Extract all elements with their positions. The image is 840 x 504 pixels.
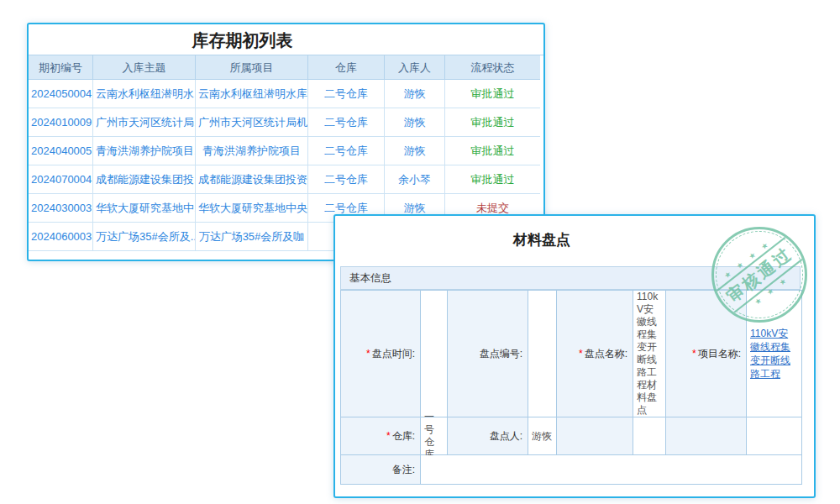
form-row-3: 备注:: [341, 455, 801, 484]
status-badge: 审批通过: [445, 165, 540, 194]
row-subject-link[interactable]: 华软大厦研究基地中...: [93, 194, 196, 223]
row-person: 游恢: [385, 137, 445, 165]
row-subject-link[interactable]: 云南水利枢纽潜明水...: [93, 80, 196, 108]
row-warehouse: 二号仓库: [308, 165, 385, 194]
material-check-window: 材料盘点 基本信息 * 盘点时间: 盘点编号: * 盘点名称: 110kV安徽线…: [333, 214, 816, 498]
table-row[interactable]: 2024040005 青海洪湖养护院项目... 青海洪湖养护院项目 二号仓库 游…: [29, 137, 543, 165]
check-name-value: 110kV安徽线程集变开断线路工程材料盘点: [633, 291, 666, 417]
column-header-id: 期初编号: [29, 55, 93, 80]
project-link[interactable]: 110kV安徽线程集变开断线路工程: [750, 327, 798, 381]
row-project: 成都能源建设集团投资...: [196, 165, 308, 194]
project-name-label: * 项目名称:: [666, 291, 747, 417]
check-name-label: * 盘点名称:: [557, 291, 633, 417]
check-time-value: [421, 291, 448, 417]
check-no-label: 盘点编号:: [448, 291, 528, 417]
column-header-subject: 入库主题: [93, 55, 196, 80]
remark-label: 备注:: [341, 455, 421, 484]
row-id-link[interactable]: 2024030003: [29, 194, 93, 223]
check-no-value: [528, 291, 557, 417]
required-mark: *: [579, 348, 583, 360]
row-person: 余小琴: [385, 165, 445, 194]
row-project: 青海洪湖养护院项目: [196, 137, 308, 165]
row-subject-link[interactable]: 广州市天河区统计局...: [93, 108, 196, 137]
row-warehouse: 二号仓库: [308, 108, 385, 137]
empty-label-cell: [666, 417, 747, 455]
column-header-warehouse: 仓库: [308, 55, 385, 80]
row-project: 万达广场35#会所及咖: [196, 223, 308, 251]
warehouse-label: * 仓库:: [341, 417, 421, 455]
table-row[interactable]: 2024050004 云南水利枢纽潜明水... 云南水利枢纽潜明水库... 二号…: [29, 80, 543, 108]
page: 库存期初列表 期初编号 入库主题 所属项目 仓库 入库人 流程状态 202405…: [0, 0, 840, 504]
form-row-1: * 盘点时间: 盘点编号: * 盘点名称: 110kV安徽线程集变开断线路工程材…: [341, 291, 801, 417]
check-time-label: * 盘点时间:: [341, 291, 421, 417]
empty-label-cell: [557, 417, 633, 455]
remark-value: [421, 455, 801, 484]
row-subject-link[interactable]: 青海洪湖养护院项目...: [93, 137, 196, 165]
row-warehouse: 二号仓库: [308, 80, 385, 108]
warehouse-value: 一号仓库: [421, 417, 448, 455]
row-project: 云南水利枢纽潜明水库...: [196, 80, 308, 108]
row-id-link[interactable]: 2024040005: [29, 137, 93, 165]
empty-value-cell: [747, 417, 801, 455]
required-mark: *: [386, 430, 391, 442]
row-id-link[interactable]: 2024070004: [29, 165, 93, 194]
form-row-2: * 仓库: 一号仓库 盘点人: 游恢: [341, 417, 801, 455]
status-badge: 审批通过: [445, 137, 540, 165]
inventory-list-title: 库存期初列表: [0, 24, 500, 55]
check-person-value: 游恢: [528, 417, 557, 455]
row-id-link[interactable]: 2024060003: [29, 223, 93, 251]
status-badge: 审批通过: [445, 108, 540, 137]
empty-value-cell: [633, 417, 666, 455]
row-subject-link[interactable]: 成都能源建设集团投...: [93, 165, 196, 194]
row-person: 游恢: [385, 108, 445, 137]
form-title: 材料盘点: [333, 230, 781, 249]
row-subject-link[interactable]: 万达广场35#会所及...: [93, 223, 196, 251]
row-id-link[interactable]: 2024050004: [29, 80, 93, 108]
check-person-label: 盘点人:: [448, 417, 528, 455]
required-mark: *: [692, 348, 696, 360]
required-mark: *: [366, 348, 370, 360]
inventory-list-header: 期初编号 入库主题 所属项目 仓库 入库人 流程状态: [29, 55, 543, 80]
table-row[interactable]: 2024010009 广州市天河区统计局... 广州市天河区统计局机... 二号…: [29, 108, 543, 137]
row-person: 游恢: [385, 80, 445, 108]
row-warehouse: 二号仓库: [308, 137, 385, 165]
column-header-person: 入库人: [385, 55, 445, 80]
row-project: 华软大厦研究基地中央: [196, 194, 308, 223]
column-header-status: 流程状态: [445, 55, 540, 80]
section-basic-info: 基本信息: [340, 266, 801, 290]
project-name-value: 110kV安徽线程集变开断线路工程: [747, 291, 801, 417]
status-badge: 审批通过: [445, 80, 540, 108]
row-project: 广州市天河区统计局机...: [196, 108, 308, 137]
table-row[interactable]: 2024070004 成都能源建设集团投... 成都能源建设集团投资... 二号…: [29, 165, 543, 194]
basic-info-table: * 盘点时间: 盘点编号: * 盘点名称: 110kV安徽线程集变开断线路工程材…: [340, 290, 802, 485]
column-header-project: 所属项目: [196, 55, 308, 80]
row-id-link[interactable]: 2024010009: [29, 108, 93, 137]
